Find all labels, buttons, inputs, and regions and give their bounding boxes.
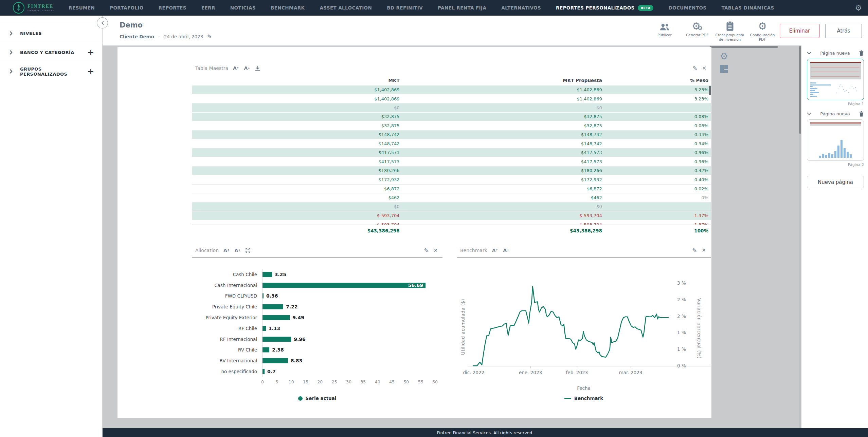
font-increase-button[interactable]: A↑ xyxy=(492,248,498,253)
new-page-button[interactable]: Nueva página xyxy=(807,176,864,188)
table-row[interactable]: $1,402,869 $1,402,869 3.23% xyxy=(192,95,711,104)
expand-icon[interactable] xyxy=(246,248,250,253)
edit-widget-pencil-icon[interactable]: ✎ xyxy=(692,65,697,72)
settings-gear-icon[interactable]: ⚙ xyxy=(855,4,862,12)
nav-item-label: PANEL RENTA FIJA xyxy=(438,5,486,11)
benchmark-left-axis-label: Utilidad acumulada ($) xyxy=(460,284,466,369)
nav-item[interactable]: PANEL RENTA FIJA xyxy=(438,5,486,11)
pdf-settings-button[interactable]: ⚙ Configuración PDF xyxy=(748,20,777,42)
column-header-peso[interactable]: % Peso xyxy=(602,78,711,83)
separator: - xyxy=(158,34,160,39)
horizontal-scrollbar[interactable] xyxy=(710,46,778,48)
left-sidebar: NIVELES BANCO Y CATEGORÍA + GRUPOS PERSO… xyxy=(0,16,103,437)
nav-item[interactable]: RESUMEN xyxy=(69,5,95,11)
nav-item[interactable]: REPORTES xyxy=(159,5,186,11)
table-row[interactable]: $-593,704 $-593,704 -1.37% xyxy=(192,221,711,225)
trash-icon[interactable] xyxy=(859,50,864,56)
nav-item-label: EERR xyxy=(201,5,215,11)
thumbnail-histogram-sketch xyxy=(810,131,861,158)
allocation-bar-row: RF Internacional9.96 xyxy=(192,334,442,345)
generate-pdf-label: Generar PDF xyxy=(686,33,709,37)
trash-icon[interactable] xyxy=(859,111,864,117)
table-row[interactable]: $0 $0 xyxy=(192,203,711,212)
nav-item[interactable]: EERR xyxy=(201,5,215,11)
table-widget-title: Tabla Maestra xyxy=(195,65,228,71)
nav-item[interactable]: ALTERNATIVOS xyxy=(501,5,541,11)
column-header-mkt-propuesta[interactable]: MKT Propuesta xyxy=(400,78,602,83)
close-widget-icon[interactable]: ✕ xyxy=(702,247,706,253)
allocation-legend-label: Serie actual xyxy=(306,396,337,401)
font-increase-button[interactable]: A↑ xyxy=(223,248,230,253)
vertical-scrollbar[interactable] xyxy=(799,45,801,428)
font-decrease-button[interactable]: A↓ xyxy=(503,248,509,253)
widget-settings-gear-icon[interactable]: ⚙ xyxy=(720,52,728,61)
sidebar-item[interactable]: NIVELES xyxy=(0,24,102,43)
nav-item[interactable]: DOCUMENTOS xyxy=(668,5,706,11)
widget-grid-icon[interactable] xyxy=(720,65,728,73)
nav-item[interactable]: PORTAFOLIO xyxy=(110,5,144,11)
table-header: MKT MKT Propuesta % Peso xyxy=(192,75,711,86)
close-widget-icon[interactable]: ✕ xyxy=(433,247,438,253)
page-header: Demo Cliente Demo - 24 de abril, 2023 ✎ xyxy=(103,16,868,45)
page-1-thumbnail[interactable] xyxy=(807,59,864,100)
sidebar-item[interactable]: GRUPOS PERSONALIZADOS + xyxy=(0,62,102,81)
font-decrease-button[interactable]: A↓ xyxy=(244,65,250,71)
font-decrease-button[interactable]: A↓ xyxy=(234,248,240,253)
nav-item[interactable]: ASSET ALLOCATION xyxy=(320,5,372,11)
table-scrollbar-thumb[interactable] xyxy=(709,86,711,95)
font-increase-button[interactable]: A↑ xyxy=(233,65,239,71)
app-logo[interactable]: FINTREE FINANCIAL SERVICES xyxy=(13,2,54,14)
sidebar-collapse-button[interactable] xyxy=(97,17,108,28)
table-row[interactable]: $417,573 $417,573 0.96% xyxy=(192,149,711,158)
table-row[interactable]: $0 $0 xyxy=(192,103,711,113)
close-widget-icon[interactable]: ✕ xyxy=(702,65,706,71)
table-row[interactable]: $148,742 $148,742 0.34% xyxy=(192,139,711,149)
client-name: Cliente Demo xyxy=(120,34,154,39)
table-row[interactable]: $462 $462 0% xyxy=(192,193,711,203)
nav-item-label: NOTICIAS xyxy=(230,5,256,11)
table-row[interactable]: $1,402,869 $1,402,869 3.23% xyxy=(192,86,711,95)
edit-pencil-icon[interactable]: ✎ xyxy=(207,33,212,40)
page-2-thumbnail[interactable] xyxy=(807,119,864,161)
nav-item[interactable]: NOTICIAS xyxy=(230,5,256,11)
column-header-mkt[interactable]: MKT xyxy=(192,78,400,83)
table-row[interactable]: $32,875 $32,875 0.08% xyxy=(192,121,711,131)
sidebar-item[interactable]: BANCO Y CATEGORÍA + xyxy=(0,43,102,62)
back-button[interactable]: Atrás xyxy=(825,24,862,38)
create-proposal-button[interactable]: Crear propuesta de inversión xyxy=(715,20,744,42)
benchmark-x-axis-title: Fecha xyxy=(457,385,711,391)
delete-button[interactable]: Eliminar xyxy=(780,24,819,38)
app-screen: FINTREE FINANCIAL SERVICES RESUMEN PORTA… xyxy=(0,0,868,437)
total-mkt-propuesta: $43,386,298 xyxy=(400,228,602,233)
add-plus-icon[interactable]: + xyxy=(87,68,94,76)
nav-item[interactable]: REPORTES PERSONALIZADOS BETA xyxy=(556,5,653,11)
table-row[interactable]: $-593,704 $-593,704 -1.37% xyxy=(192,211,711,221)
nav-item[interactable]: BENCHMARK xyxy=(271,5,305,11)
edit-widget-pencil-icon[interactable]: ✎ xyxy=(424,247,429,254)
nav-item-label: BENCHMARK xyxy=(271,5,305,11)
table-body: $1,402,869 $1,402,869 3.23% $1,402,869 $… xyxy=(192,86,711,225)
table-row[interactable]: $180,266 $180,266 0.42% xyxy=(192,167,711,176)
chevron-down-icon[interactable] xyxy=(807,52,811,55)
chevron-down-icon[interactable] xyxy=(807,112,811,115)
generate-pdf-button[interactable]: ⚙⚙ Generar PDF xyxy=(683,20,712,42)
edit-widget-pencil-icon[interactable]: ✎ xyxy=(692,247,697,254)
publish-button[interactable]: Publicar xyxy=(650,20,679,42)
nav-item-label: REPORTES xyxy=(159,5,186,11)
nav-item[interactable]: BD REFINITIV xyxy=(387,5,423,11)
table-row[interactable]: $417,573 $417,573 0.96% xyxy=(192,157,711,167)
main-column: Demo Cliente Demo - 24 de abril, 2023 ✎ xyxy=(103,16,868,437)
allocation-chart: Cash Chile3.25Cash Internacional56.69FWD… xyxy=(192,269,442,377)
logo-name: FINTREE xyxy=(28,4,54,9)
nav-item[interactable]: TABLAS DINÁMICAS xyxy=(721,5,774,11)
table-row[interactable]: $148,742 $148,742 0.34% xyxy=(192,131,711,140)
table-row[interactable]: $6,872 $6,872 0.02% xyxy=(192,185,711,194)
download-icon[interactable] xyxy=(255,66,260,71)
table-row[interactable]: $32,875 $32,875 0.08% xyxy=(192,113,711,122)
add-plus-icon[interactable]: + xyxy=(87,49,94,57)
report-page-canvas: Tabla Maestra A↑ A↓ ✎ ✕ MKT xyxy=(117,47,711,418)
serie-actual-dot-icon xyxy=(298,396,303,401)
table-row[interactable]: $172,932 $172,932 0.40% xyxy=(192,175,711,185)
chevron-right-icon xyxy=(10,50,13,55)
content-area: ⚙ Tabla Maestra A↑ A↓ xyxy=(103,45,868,428)
